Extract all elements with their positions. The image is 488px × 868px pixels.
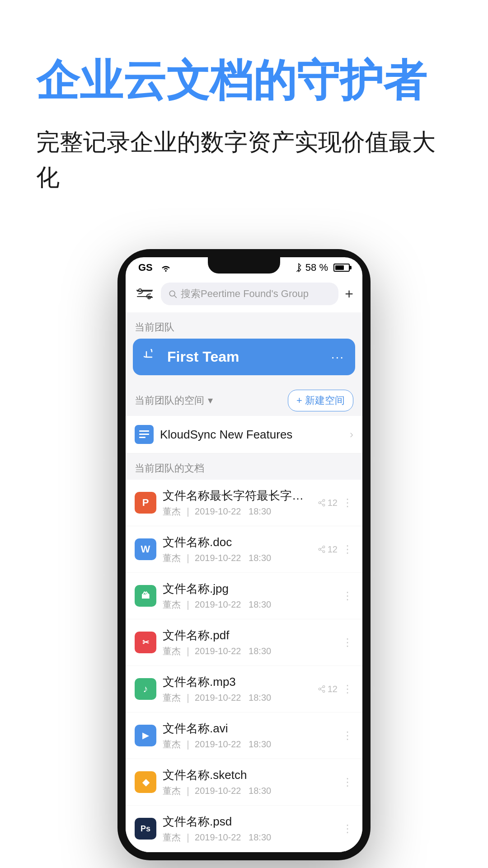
svg-line-26 xyxy=(320,689,323,691)
file-icon-ppt: P xyxy=(135,492,156,514)
file-name-mp3: 文件名称.mp3 xyxy=(163,674,311,690)
file-meta-psd: 董杰 ｜ 2019-10-22 18:30 xyxy=(163,831,336,844)
file-meta-doc: 董杰 ｜ 2019-10-22 18:30 xyxy=(163,552,311,564)
file-icon-avi: ▶ xyxy=(135,725,156,746)
settings-icon[interactable] xyxy=(135,284,155,304)
team-card-left: First Team xyxy=(144,349,239,365)
file-name-sketch: 文件名称.sketch xyxy=(163,767,336,783)
file-actions-avi: ⋮ xyxy=(342,729,353,742)
svg-line-16 xyxy=(320,503,323,505)
file-name-jpg: 文件名称.jpg xyxy=(163,581,336,597)
file-more-icon[interactable]: ⋮ xyxy=(342,729,353,742)
file-more-icon[interactable]: ⋮ xyxy=(342,496,353,509)
add-button[interactable]: + xyxy=(345,286,353,302)
file-info-jpg: 文件名称.jpg 董杰 ｜ 2019-10-22 18:30 xyxy=(163,581,336,611)
current-team-label: 当前团队 xyxy=(126,312,362,339)
file-icon-pdf: ✂ xyxy=(135,632,156,653)
svg-point-15 xyxy=(323,504,325,506)
file-actions-doc: 12 ⋮ xyxy=(318,543,353,556)
routes-svg xyxy=(136,286,153,302)
svg-point-20 xyxy=(323,551,325,553)
chevron-right-icon: › xyxy=(350,428,353,441)
file-more-icon[interactable]: ⋮ xyxy=(342,776,353,788)
file-icon-mp3: ♪ xyxy=(135,678,156,700)
file-item-pdf[interactable]: ✂ 文件名称.pdf 董杰 ｜ 2019-10-22 18:30 ⋮ xyxy=(126,619,362,666)
hero-subtitle: 完整记录企业的数字资产实现价值最大化 xyxy=(36,124,452,195)
phone-screen: 搜索Peertime Found's Group + 当前团队 First Te… xyxy=(126,275,362,852)
spaces-section-header: 当前团队的空间 ▾ + 新建空间 xyxy=(126,382,362,416)
file-more-icon[interactable]: ⋮ xyxy=(342,822,353,835)
file-meta-avi: 董杰 ｜ 2019-10-22 18:30 xyxy=(163,738,336,750)
svg-line-9 xyxy=(174,296,177,298)
file-info-pdf: 文件名称.pdf 董杰 ｜ 2019-10-22 18:30 xyxy=(163,627,336,657)
share-count-value: 12 xyxy=(328,498,338,508)
file-icon-psd: Ps xyxy=(135,818,156,840)
file-info-sketch: 文件名称.sketch 董杰 ｜ 2019-10-22 18:30 xyxy=(163,767,336,797)
refresh-icon xyxy=(144,349,160,365)
svg-line-27 xyxy=(320,687,323,689)
svg-line-17 xyxy=(320,501,323,502)
space-svg-icon xyxy=(138,428,150,441)
hero-title: 企业云文档的守护者 xyxy=(36,54,452,106)
file-more-icon[interactable]: ⋮ xyxy=(342,636,353,649)
svg-point-18 xyxy=(323,546,325,548)
hero-section: 企业云文档的守护者 完整记录企业的数字资产实现价值最大化 xyxy=(0,0,488,222)
file-item-jpg[interactable]: 🏔 文件名称.jpg 董杰 ｜ 2019-10-22 18:30 ⋮ xyxy=(126,573,362,619)
documents-section-label: 当前团队的文档 xyxy=(126,453,362,480)
file-name-doc: 文件名称.doc xyxy=(163,534,311,550)
file-more-icon[interactable]: ⋮ xyxy=(342,590,353,602)
bluetooth-icon xyxy=(296,263,302,272)
phone-outer: GS 58 % xyxy=(117,249,371,860)
file-icon-doc: W xyxy=(135,538,156,560)
file-info-avi: 文件名称.avi 董杰 ｜ 2019-10-22 18:30 xyxy=(163,721,336,750)
file-info-psd: 文件名称.psd 董杰 ｜ 2019-10-22 18:30 xyxy=(163,814,336,844)
share-icon xyxy=(318,499,326,507)
share-count-value: 12 xyxy=(328,684,338,694)
file-more-icon[interactable]: ⋮ xyxy=(342,683,353,695)
svg-point-13 xyxy=(323,500,325,502)
file-name-psd: 文件名称.psd xyxy=(163,814,336,830)
file-item-psd[interactable]: Ps 文件名称.psd 董杰 ｜ 2019-10-22 18:30 ⋮ xyxy=(126,806,362,852)
file-actions-pdf: ⋮ xyxy=(342,636,353,649)
space-item-icon xyxy=(135,425,154,444)
share-count-value: 12 xyxy=(328,544,338,555)
svg-point-25 xyxy=(323,690,325,693)
svg-point-19 xyxy=(319,548,321,551)
svg-point-24 xyxy=(319,688,321,690)
battery-icon xyxy=(333,264,350,272)
file-meta-jpg: 董杰 ｜ 2019-10-22 18:30 xyxy=(163,599,336,611)
file-name-ppt: 文件名称最长字符最长字符最长...ppt xyxy=(163,488,311,504)
file-icon-jpg: 🏔 xyxy=(135,585,156,607)
svg-line-22 xyxy=(320,547,323,549)
svg-rect-12 xyxy=(139,437,145,438)
space-item[interactable]: KloudSync New Features › xyxy=(126,416,362,453)
file-item-avi[interactable]: ▶ 文件名称.avi 董杰 ｜ 2019-10-22 18:30 ⋮ xyxy=(126,712,362,759)
status-left: GS xyxy=(138,262,171,274)
file-info-doc: 文件名称.doc 董杰 ｜ 2019-10-22 18:30 xyxy=(163,534,311,564)
file-share-count-doc: 12 xyxy=(318,544,338,555)
svg-rect-11 xyxy=(139,434,149,435)
file-actions-jpg: ⋮ xyxy=(342,590,353,602)
share-icon xyxy=(318,545,326,553)
new-space-button[interactable]: + 新建空间 xyxy=(288,390,353,411)
search-bar[interactable]: 搜索Peertime Found's Group xyxy=(161,283,338,305)
team-card[interactable]: First Team ··· xyxy=(133,339,355,375)
file-meta-sketch: 董杰 ｜ 2019-10-22 18:30 xyxy=(163,785,336,797)
file-actions-mp3: 12 ⋮ xyxy=(318,683,353,695)
search-input-placeholder: 搜索Peertime Found's Group xyxy=(181,287,309,301)
team-name: First Team xyxy=(167,349,239,365)
search-icon xyxy=(168,289,177,298)
svg-point-23 xyxy=(323,686,325,688)
file-item-doc[interactable]: W 文件名称.doc 董杰 ｜ 2019-10-22 18:30 12 ⋮ xyxy=(126,526,362,573)
file-item-sketch[interactable]: ◆ 文件名称.sketch 董杰 ｜ 2019-10-22 18:30 ⋮ xyxy=(126,759,362,806)
file-more-icon[interactable]: ⋮ xyxy=(342,543,353,556)
team-more-button[interactable]: ··· xyxy=(331,350,344,364)
battery-percent: 58 % xyxy=(305,262,328,274)
space-name: KloudSync New Features xyxy=(160,428,292,442)
file-actions-ppt: 12 ⋮ xyxy=(318,496,353,509)
file-item-ppt[interactable]: P 文件名称最长字符最长字符最长...ppt 董杰 ｜ 2019-10-22 1… xyxy=(126,480,362,526)
file-meta-pdf: 董杰 ｜ 2019-10-22 18:30 xyxy=(163,645,336,657)
file-name-avi: 文件名称.avi xyxy=(163,721,336,736)
app-topbar: 搜索Peertime Found's Group + xyxy=(126,275,362,312)
file-item-mp3[interactable]: ♪ 文件名称.mp3 董杰 ｜ 2019-10-22 18:30 12 ⋮ xyxy=(126,666,362,712)
